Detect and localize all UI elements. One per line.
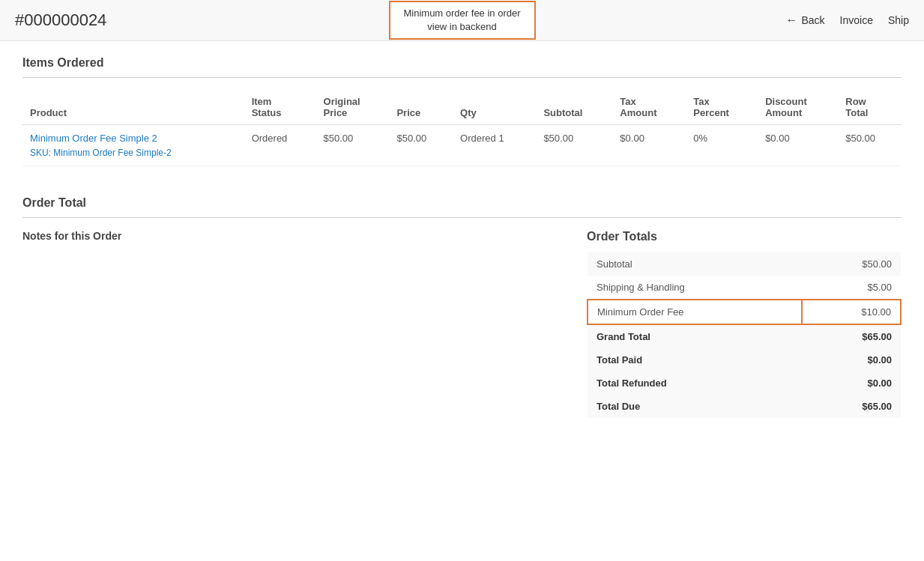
total-paid-label: Total Paid (588, 348, 802, 372)
subtotal-label: Subtotal (588, 252, 802, 276)
cell-tax-amount: $0.00 (612, 125, 686, 166)
two-col-layout: Notes for this Order Order Totals Subtot… (22, 230, 902, 418)
invoice-button[interactable]: Invoice (840, 14, 873, 26)
items-header-row: Product ItemStatus OriginalPrice Price Q… (22, 90, 902, 125)
order-total-divider (22, 217, 902, 218)
cell-subtotal: $50.00 (536, 125, 612, 166)
items-divider (22, 77, 902, 78)
page-wrapper: #000000024 Minimum order fee in ordervie… (0, 0, 924, 561)
total-refunded-label: Total Refunded (588, 372, 802, 395)
items-section-title: Items Ordered (22, 56, 902, 70)
col-discount-amount: DiscountAmount (758, 90, 838, 125)
totals-title: Order Totals (587, 230, 902, 243)
items-table-header: Product ItemStatus OriginalPrice Price Q… (22, 90, 902, 125)
shipping-value: $5.00 (802, 276, 901, 300)
shipping-label: Shipping & Handling (588, 276, 802, 300)
total-due-label: Total Due (588, 395, 802, 418)
notice-text: Minimum order fee in orderview in backen… (403, 7, 520, 32)
col-tax-amount: TaxAmount (612, 90, 686, 125)
product-name-link[interactable]: Minimum Order Fee Simple 2 (30, 133, 237, 144)
main-content: Items Ordered Product ItemStatus Origina… (0, 41, 924, 433)
cell-qty: Ordered 1 (453, 125, 536, 166)
totals-row-total-paid: Total Paid $0.00 (588, 348, 901, 372)
subtotal-value: $50.00 (802, 252, 901, 276)
cell-discount-amount: $0.00 (758, 125, 838, 166)
min-order-label: Minimum Order Fee (588, 300, 802, 324)
cell-original-price: $50.00 (316, 125, 390, 166)
grand-total-value: $65.00 (802, 324, 901, 348)
totals-row-subtotal: Subtotal $50.00 (588, 252, 901, 276)
total-paid-value: $0.00 (802, 348, 901, 372)
order-total-section: Order Total Notes for this Order Order T… (22, 196, 902, 418)
totals-row-shipping: Shipping & Handling $5.00 (588, 276, 901, 300)
col-product: Product (22, 90, 244, 125)
cell-tax-percent: 0% (686, 125, 758, 166)
notes-label: Notes for this Order (22, 230, 557, 242)
notice-box: Minimum order fee in orderview in backen… (388, 1, 535, 40)
header-actions: ← Back Invoice Ship (785, 13, 909, 27)
col-item-status: ItemStatus (244, 90, 316, 125)
totals-row-grand-total: Grand Total $65.00 (588, 324, 901, 348)
back-button[interactable]: ← Back (785, 13, 824, 27)
col-price: Price (389, 90, 453, 125)
items-table: Product ItemStatus OriginalPrice Price Q… (22, 90, 902, 166)
totals-row-total-due: Total Due $65.00 (588, 395, 901, 418)
grand-total-label: Grand Total (588, 324, 802, 348)
table-row: Minimum Order Fee Simple 2 SKU: Minimum … (22, 125, 902, 166)
ship-label: Ship (888, 14, 909, 26)
totals-col: Order Totals Subtotal $50.00 Shipping & … (587, 230, 902, 418)
cell-price: $50.00 (389, 125, 453, 166)
totals-body: Subtotal $50.00 Shipping & Handling $5.0… (588, 252, 901, 418)
col-subtotal: Subtotal (536, 90, 612, 125)
col-original-price: OriginalPrice (316, 90, 390, 125)
back-label: Back (801, 14, 824, 26)
col-tax-percent: TaxPercent (686, 90, 758, 125)
product-sku: SKU: Minimum Order Fee Simple-2 (30, 148, 172, 158)
col-row-total: RowTotal (838, 90, 902, 125)
order-id: #000000024 (15, 10, 106, 30)
items-table-body: Minimum Order Fee Simple 2 SKU: Minimum … (22, 125, 902, 166)
totals-row-min-order: Minimum Order Fee $10.00 (588, 300, 901, 324)
total-refunded-value: $0.00 (802, 372, 901, 395)
order-total-title: Order Total (22, 196, 902, 210)
total-due-value: $65.00 (802, 395, 901, 418)
page-header: #000000024 Minimum order fee in ordervie… (0, 0, 924, 41)
cell-item-status: Ordered (244, 125, 316, 166)
totals-table: Subtotal $50.00 Shipping & Handling $5.0… (587, 252, 902, 418)
invoice-label: Invoice (840, 14, 873, 26)
notes-col: Notes for this Order (22, 230, 557, 418)
cell-product: Minimum Order Fee Simple 2 SKU: Minimum … (22, 125, 244, 166)
back-arrow-icon: ← (785, 13, 797, 27)
cell-row-total: $50.00 (838, 125, 902, 166)
items-section: Items Ordered Product ItemStatus Origina… (22, 56, 902, 166)
min-order-value: $10.00 (802, 300, 901, 324)
col-qty: Qty (453, 90, 536, 125)
ship-button[interactable]: Ship (888, 14, 909, 26)
totals-row-total-refunded: Total Refunded $0.00 (588, 372, 901, 395)
